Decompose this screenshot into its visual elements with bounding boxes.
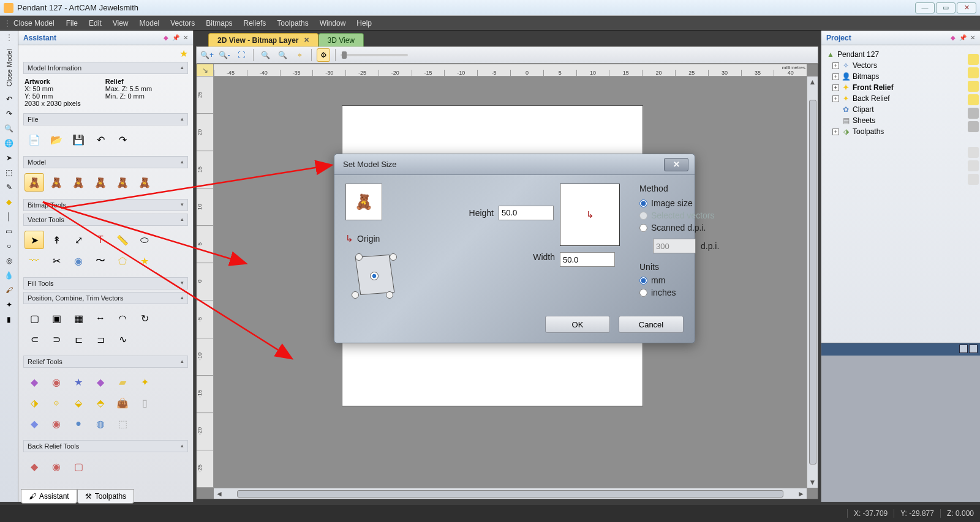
tree-node-vectors[interactable]: + ✧ Vectors bbox=[824, 60, 978, 71]
backrelief-tool-2-icon[interactable]: ◉ bbox=[47, 457, 66, 475]
origin-center[interactable] bbox=[370, 272, 379, 280]
units-mm-radio[interactable] bbox=[639, 277, 647, 285]
gutter-indicator-8-icon[interactable] bbox=[968, 160, 979, 171]
model-tool-2-icon[interactable]: 🧸 bbox=[47, 173, 66, 192]
bottom-tab-toolpaths[interactable]: ⚒ Toolpaths bbox=[77, 489, 134, 504]
height-input[interactable] bbox=[499, 206, 554, 220]
minimize-button[interactable]: — bbox=[915, 2, 935, 13]
tree-node-toolpaths[interactable]: + ⬗ Toolpaths bbox=[824, 126, 978, 137]
panel-close-icon[interactable]: ✕ bbox=[970, 34, 975, 41]
line-tool-icon[interactable]: │ bbox=[4, 211, 15, 222]
new-file-icon[interactable]: 📄 bbox=[24, 130, 44, 149]
drop-tool-icon[interactable]: 💧 bbox=[4, 270, 15, 281]
relief-tool-4-icon[interactable]: ◆ bbox=[91, 373, 110, 391]
section-back-relief[interactable]: Back Relief Tools▴ bbox=[23, 440, 188, 452]
scroll-left-icon[interactable]: ◄ bbox=[214, 490, 225, 498]
set-model-size-icon[interactable]: 🧸 bbox=[24, 173, 44, 192]
relief-tool-8-icon[interactable]: ⟐ bbox=[47, 393, 66, 412]
section-position[interactable]: Position, Combine, Trim Vectors▴ bbox=[23, 292, 188, 304]
expand-icon[interactable]: + bbox=[832, 73, 839, 80]
expand-icon[interactable]: + bbox=[832, 129, 839, 135]
vector-nodeedit-icon[interactable]: ↟ bbox=[47, 231, 66, 249]
model-tool-6-icon[interactable]: 🧸 bbox=[135, 173, 154, 192]
collapse-icon[interactable]: ▴ bbox=[181, 294, 184, 300]
relief-tool-2-icon[interactable]: ◉ bbox=[47, 373, 66, 391]
undo-icon[interactable]: ↶ bbox=[91, 130, 110, 149]
position-tool-5-icon[interactable]: ◠ bbox=[113, 309, 132, 327]
close-tab-icon[interactable]: ✕ bbox=[304, 36, 309, 44]
redo-icon[interactable]: ↷ bbox=[4, 108, 15, 119]
relief-tool-15-icon[interactable]: ● bbox=[69, 414, 88, 433]
position-tool-1-icon[interactable]: ▢ bbox=[24, 309, 44, 327]
gutter-indicator-4-icon[interactable] bbox=[968, 94, 979, 105]
opacity-slider[interactable] bbox=[341, 54, 408, 56]
relief-tool-1-icon[interactable]: ◆ bbox=[24, 373, 44, 391]
section-model-information[interactable]: Model Information ▴ bbox=[23, 62, 188, 74]
panel-pin-icon[interactable]: 📌 bbox=[959, 34, 967, 41]
pointer-tool-icon[interactable]: ➤ bbox=[4, 152, 15, 163]
section-relief-tools[interactable]: Relief Tools▴ bbox=[23, 356, 188, 368]
scroll-thumb[interactable] bbox=[809, 100, 816, 464]
scroll-down-icon[interactable]: ▼ bbox=[809, 477, 816, 488]
vector-shape-icon[interactable]: ⬠ bbox=[113, 252, 132, 270]
combine-tool-4-icon[interactable]: ⊐ bbox=[91, 330, 110, 348]
gutter-indicator-6-icon[interactable] bbox=[968, 121, 979, 132]
gutter-indicator-5-icon[interactable] bbox=[968, 108, 979, 119]
shadow-tool-icon[interactable]: ▮ bbox=[4, 314, 15, 325]
expand-icon[interactable]: + bbox=[832, 84, 839, 91]
tree-node-bitmaps[interactable]: + 👤 Bitmaps bbox=[824, 71, 978, 82]
position-tool-2-icon[interactable]: ▣ bbox=[47, 309, 66, 327]
scroll-up-icon[interactable]: ▲ bbox=[809, 76, 816, 88]
gutter-indicator-3-icon[interactable] bbox=[968, 81, 979, 92]
rect-tool-icon[interactable]: ▭ bbox=[4, 226, 15, 237]
zoom-actual-icon[interactable]: ⌖ bbox=[293, 48, 306, 62]
relief-tool-5-icon[interactable]: ▰ bbox=[113, 373, 132, 391]
origin-top-right[interactable] bbox=[390, 253, 397, 261]
panel-pin-icon[interactable]: 📌 bbox=[172, 34, 179, 41]
relief-tool-10-icon[interactable]: ⬘ bbox=[91, 393, 110, 412]
menu-file[interactable]: File bbox=[61, 16, 83, 31]
backrelief-tool-1-icon[interactable]: ◆ bbox=[24, 457, 44, 475]
model-tool-5-icon[interactable]: 🧸 bbox=[113, 173, 132, 192]
vertical-scrollbar[interactable]: ▲ ▼ bbox=[807, 76, 818, 488]
circle-tool-icon[interactable]: ○ bbox=[4, 240, 15, 252]
props-btn-1[interactable] bbox=[959, 345, 968, 353]
panel-tag-icon[interactable]: ◆ bbox=[951, 34, 956, 41]
menu-bitmaps[interactable]: Bitmaps bbox=[200, 16, 238, 31]
relief-tool-16-icon[interactable]: ◍ bbox=[91, 414, 110, 433]
ring-tool-icon[interactable]: ◎ bbox=[4, 255, 15, 266]
vector-text-icon[interactable]: T bbox=[91, 231, 110, 249]
expand-icon[interactable]: + bbox=[832, 62, 839, 69]
relief-tool-7-icon[interactable]: ⬗ bbox=[24, 393, 44, 412]
width-input[interactable] bbox=[560, 252, 615, 267]
menu-model[interactable]: Model bbox=[134, 16, 165, 31]
scroll-right-icon[interactable]: ► bbox=[796, 490, 807, 498]
zoom-previous-icon[interactable]: 🔍 bbox=[276, 48, 289, 62]
tree-node-sheets[interactable]: ▤ Sheets bbox=[824, 115, 978, 126]
scroll-thumb[interactable] bbox=[237, 490, 783, 498]
menu-help[interactable]: Help bbox=[351, 16, 377, 31]
settings-icon[interactable]: ⚙ bbox=[317, 48, 330, 62]
collapse-icon[interactable]: ▴ bbox=[181, 442, 184, 449]
method-scanned-dpi-radio[interactable] bbox=[639, 224, 647, 232]
horizontal-scrollbar[interactable]: ◄ ► bbox=[214, 488, 807, 499]
ruler-origin-icon[interactable]: ↘ bbox=[197, 64, 214, 76]
origin-bottom-left[interactable] bbox=[352, 291, 359, 299]
model-tool-4-icon[interactable]: 🧸 bbox=[91, 173, 110, 192]
collapse-icon[interactable]: ▴ bbox=[181, 116, 184, 122]
origin-selector[interactable] bbox=[352, 252, 394, 301]
relief-tool-3-icon[interactable]: ★ bbox=[69, 373, 88, 391]
tree-root[interactable]: ▲ Pendant 127 bbox=[824, 49, 978, 60]
zoom-window-icon[interactable]: 🔍 bbox=[258, 48, 272, 62]
collapse-icon[interactable]: ▴ bbox=[181, 158, 184, 165]
menu-reliefs[interactable]: Reliefs bbox=[238, 16, 272, 31]
bottom-tab-assistant[interactable]: 🖌 Assistant bbox=[21, 489, 77, 504]
relief-tool-12-icon[interactable]: ▯ bbox=[135, 393, 154, 412]
tree-node-front-relief[interactable]: + ✦ Front Relief bbox=[824, 82, 978, 93]
collapse-icon[interactable]: ▴ bbox=[181, 64, 184, 70]
model-tool-3-icon[interactable]: 🧸 bbox=[69, 173, 88, 192]
menu-close-model[interactable]: Close Model bbox=[13, 19, 61, 28]
expand-icon[interactable]: + bbox=[832, 95, 839, 102]
vector-3d-icon[interactable]: ◉ bbox=[69, 252, 88, 270]
open-file-icon[interactable]: 📂 bbox=[47, 130, 66, 149]
